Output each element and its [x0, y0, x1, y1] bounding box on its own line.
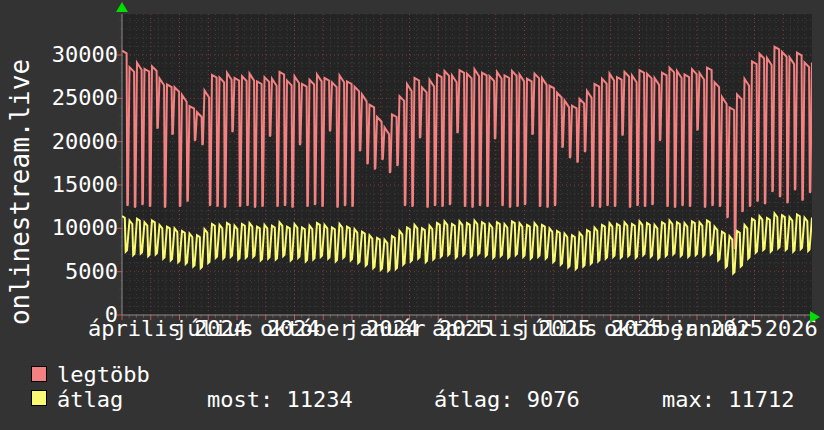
x-axis-arrow-icon: [810, 311, 820, 323]
legend-label-max: legtöbb: [57, 363, 150, 387]
y-axis-label: 30000: [33, 43, 118, 67]
rrd-graph: onlinestream.live 0500010000150002000025…: [0, 0, 824, 430]
stat-atlag-label: átlag:: [434, 387, 513, 412]
stat-most-value: 11234: [286, 387, 352, 412]
stat-atlag-value: 9076: [527, 387, 580, 412]
stat-max: max: 11712: [662, 388, 794, 412]
legend-swatch-avg: [31, 390, 47, 406]
y-axis-label: 25000: [33, 86, 118, 110]
y-axis-label: 15000: [33, 173, 118, 197]
legend-swatch-max: [31, 366, 47, 382]
stat-most-label: most:: [207, 387, 273, 412]
y-axis-label: 5000: [33, 260, 118, 284]
vertical-axis-title: onlinestream.live: [5, 59, 35, 325]
y-axis-label: 20000: [33, 130, 118, 154]
legend-label-avg: átlag: [57, 388, 123, 412]
stat-max-label: max:: [662, 387, 715, 412]
stat-atlag: átlag: 9076: [434, 388, 580, 412]
x-axis-label: január 2026: [672, 317, 818, 341]
stat-most: most: 11234: [207, 388, 353, 412]
y-axis-label: 10000: [33, 216, 118, 240]
y-axis-arrow-icon: [116, 2, 128, 12]
stat-max-value: 11712: [728, 387, 794, 412]
